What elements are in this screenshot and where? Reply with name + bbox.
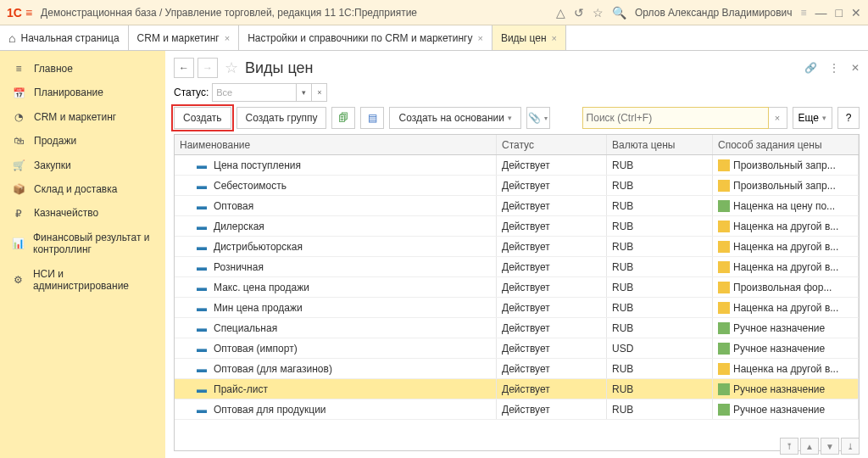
nav-up-button[interactable]: ▲: [800, 438, 819, 455]
user-menu-chevron-icon[interactable]: ≡: [801, 7, 807, 19]
tab[interactable]: CRM и маркетинг×: [129, 25, 240, 50]
item-icon: ▬: [197, 363, 207, 375]
table-row[interactable]: ▬СпециальнаяДействуетRUBРучное назначени…: [175, 318, 859, 338]
cell-status: Действует: [497, 155, 607, 175]
sidebar-item[interactable]: 🛍Продажи: [0, 130, 165, 152]
cell-currency: RUB: [607, 257, 713, 276]
table-row[interactable]: ▬Оптовая (импорт)ДействуетUSDРучное назн…: [175, 338, 859, 359]
sidebar-item[interactable]: 🛒Закупки: [0, 154, 165, 176]
tab[interactable]: ⌂Начальная страница: [0, 25, 129, 50]
forward-button[interactable]: →: [198, 58, 218, 78]
copy-icon-button[interactable]: 🗐: [331, 107, 355, 129]
method-icon: [718, 322, 730, 334]
table-row[interactable]: ▬Оптовая (для магазинов)ДействуетRUBНаце…: [175, 359, 859, 379]
close-window-button[interactable]: ✕: [851, 6, 861, 20]
search-clear-button[interactable]: ×: [769, 107, 787, 129]
method-icon: [718, 302, 730, 314]
sidebar-item[interactable]: ⚙НСИ и администрирование: [0, 263, 165, 298]
sidebar-item-icon: ◔: [12, 111, 25, 123]
method-icon: [718, 363, 730, 375]
table-row[interactable]: ▬ОптоваяДействуетRUBНаценка на цену по..…: [175, 196, 859, 216]
cell-method: Ручное назначение: [713, 318, 859, 338]
table-row[interactable]: ▬Цена поступленияДействуетRUBПроизвольны…: [175, 155, 859, 176]
search-input[interactable]: [587, 112, 765, 124]
sidebar-item[interactable]: 📅Планирование: [0, 81, 165, 103]
sidebar-item[interactable]: 📦Склад и доставка: [0, 178, 165, 200]
current-user[interactable]: Орлов Александр Владимирович: [635, 7, 793, 19]
table-row[interactable]: ▬ДилерскаяДействуетRUBНаценка на другой …: [175, 216, 859, 237]
table-row[interactable]: ▬ДистрибьюторскаяДействуетRUBНаценка на …: [175, 237, 859, 257]
favorite-page-icon[interactable]: ☆: [225, 59, 238, 77]
cell-status: Действует: [497, 338, 607, 358]
column-header-name[interactable]: Наименование: [175, 135, 497, 154]
column-header-method[interactable]: Способ задания цены: [713, 135, 859, 154]
sidebar-item[interactable]: ◔CRM и маркетинг: [0, 106, 165, 128]
method-icon: [718, 241, 730, 253]
sidebar-item-icon: ≡: [12, 63, 25, 75]
table-row[interactable]: ▬Макс. цена продажиДействуетRUBПроизволь…: [175, 277, 859, 298]
title-bar: 1С ≡ Демонстрационная база / Управление …: [0, 0, 868, 25]
create-based-on-button[interactable]: Создать на основании▾: [389, 107, 521, 129]
table-row[interactable]: ▬Оптовая для продукцииДействуетRUBРучное…: [175, 399, 859, 420]
link-icon[interactable]: 🔗: [804, 62, 817, 74]
notifications-icon[interactable]: △: [556, 6, 565, 20]
nav-down-button[interactable]: ▼: [821, 438, 839, 455]
sidebar-item-icon: ⚙: [12, 274, 25, 286]
list-icon-button[interactable]: ▤: [360, 107, 384, 129]
sidebar-item[interactable]: ₽Казначейство: [0, 202, 165, 224]
search-box[interactable]: [582, 107, 769, 129]
more-button[interactable]: Еще▾: [793, 107, 832, 129]
cell-currency: RUB: [607, 359, 713, 378]
cell-method: Наценка на другой в...: [713, 216, 859, 236]
table-row[interactable]: ▬Прайс-листДействуетRUBРучное назначение: [175, 379, 859, 399]
table-row[interactable]: ▬РозничнаяДействуетRUBНаценка на другой …: [175, 257, 859, 277]
more-button-label: Еще: [798, 112, 819, 124]
tab[interactable]: Настройки и справочники по CRM и маркети…: [239, 25, 492, 50]
item-icon: ▬: [197, 221, 207, 232]
status-dropdown-button[interactable]: ▾: [297, 83, 312, 102]
cell-status: Действует: [497, 399, 607, 419]
tab-close-icon[interactable]: ×: [477, 33, 482, 43]
more-menu-icon[interactable]: ⋮: [829, 62, 839, 74]
cell-name: Оптовая: [214, 200, 253, 212]
cell-currency: USD: [607, 338, 713, 358]
status-select[interactable]: Все: [212, 83, 297, 102]
tab[interactable]: Виды цен×: [492, 25, 566, 50]
cell-status: Действует: [497, 298, 607, 317]
create-group-label: Создать группу: [246, 112, 318, 124]
cell-name: Мин цена продажи: [214, 302, 303, 314]
cell-name: Оптовая (для магазинов): [214, 363, 332, 375]
minimize-button[interactable]: —: [815, 6, 827, 20]
tab-close-icon[interactable]: ×: [225, 33, 230, 43]
nav-first-button[interactable]: ⤒: [780, 438, 798, 455]
sidebar-item-icon: ₽: [12, 208, 25, 220]
table-row[interactable]: ▬СебестоимостьДействуетRUBПроизвольный з…: [175, 176, 859, 196]
close-page-button[interactable]: ✕: [851, 62, 860, 74]
column-header-status[interactable]: Статус: [497, 135, 607, 154]
create-button[interactable]: Создать: [174, 107, 231, 129]
sidebar-item[interactable]: ≡Главное: [0, 58, 165, 80]
cell-currency: RUB: [607, 277, 713, 297]
search-icon[interactable]: 🔍: [612, 6, 626, 20]
tab-close-icon[interactable]: ×: [552, 33, 557, 43]
table-row[interactable]: ▬Мин цена продажиДействуетRUBНаценка на …: [175, 298, 859, 318]
attachment-icon-button[interactable]: 📎▾: [526, 107, 550, 129]
sidebar-item-label: НСИ и администрирование: [33, 268, 153, 293]
favorite-icon[interactable]: ☆: [593, 6, 604, 20]
cell-name: Макс. цена продажи: [214, 282, 309, 293]
sidebar-item-label: Главное: [34, 63, 73, 75]
toolbar: Создать Создать группу 🗐 ▤ Создать на ос…: [174, 107, 860, 129]
create-group-button[interactable]: Создать группу: [236, 107, 327, 129]
maximize-button[interactable]: □: [836, 6, 843, 20]
status-clear-button[interactable]: ×: [312, 83, 327, 102]
method-icon: [718, 200, 730, 212]
sidebar-item-label: Продажи: [34, 135, 76, 147]
sidebar-item[interactable]: 📊Финансовый результат и контроллинг: [0, 226, 165, 261]
nav-last-button[interactable]: ⤓: [841, 438, 860, 455]
history-icon[interactable]: ↺: [574, 6, 584, 20]
back-button[interactable]: ←: [174, 58, 194, 78]
column-header-currency[interactable]: Валюта цены: [607, 135, 713, 154]
create-button-label: Создать: [183, 112, 222, 124]
sidebar-item-label: Планирование: [34, 87, 103, 98]
help-button[interactable]: ?: [837, 107, 860, 129]
